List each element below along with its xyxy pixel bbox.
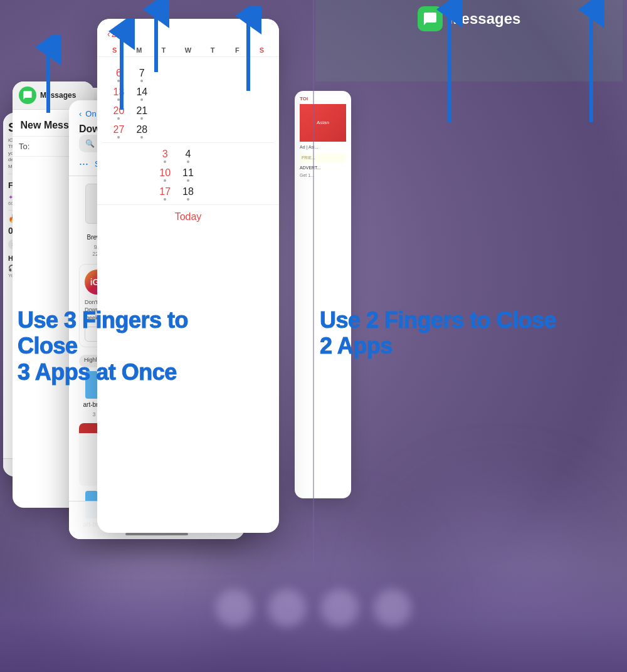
cal-cell[interactable]: 17 — [154, 183, 177, 202]
messages-icon-circle — [19, 87, 36, 104]
calendar-divider — [102, 142, 274, 143]
cal-date-4: 4 — [178, 149, 199, 159]
cal-cell — [223, 145, 246, 164]
cal-dot — [187, 160, 189, 163]
search-icon: 🔍 — [85, 139, 95, 148]
calendar-week-5: 27 28 — [102, 121, 274, 140]
cal-cell — [130, 183, 154, 202]
cal-dot — [140, 117, 143, 120]
calendar-week-8: 17 18 — [102, 183, 274, 202]
cal-date-27: 27 — [108, 125, 129, 135]
dock-icon-1 — [216, 589, 253, 627]
center-divider — [313, 0, 314, 564]
cal-cell[interactable]: 11 — [177, 164, 200, 183]
dock-icon-4 — [374, 589, 411, 627]
cal-date-3: 3 — [155, 149, 176, 159]
cal-cell — [223, 183, 246, 202]
cal-date-18: 18 — [178, 187, 199, 197]
cal-cell — [199, 83, 223, 102]
cal-cell — [177, 83, 200, 102]
toi-card: TOI Asian Ad | Asi... FRIE... ADVERT... … — [295, 91, 351, 498]
toi-image: Asian — [300, 104, 346, 142]
cal-cell — [223, 164, 246, 183]
cal-date-11: 11 — [178, 168, 199, 178]
toi-inner: TOI Asian Ad | Asi... FRIE... ADVERT... … — [295, 91, 351, 183]
instruction-text-left: Use 3 Fingers to Close 3 Apps at Once — [18, 307, 224, 385]
cal-cell — [246, 183, 269, 202]
cal-cell — [199, 65, 223, 83]
cal-dot — [164, 179, 166, 182]
files-more-btn[interactable]: ··· — [79, 157, 88, 171]
dock-icon-2 — [268, 589, 306, 627]
cal-date-10: 10 — [155, 168, 176, 178]
cal-cell — [199, 102, 223, 121]
cal-cell — [177, 60, 200, 65]
arrow-up-2 — [108, 19, 135, 113]
cal-cell — [246, 164, 269, 183]
cal-dot — [117, 136, 120, 139]
cal-cell — [107, 145, 130, 164]
cal-cell — [107, 183, 130, 202]
cal-cell — [154, 102, 177, 121]
messages-bubble-small-icon — [23, 90, 33, 100]
cal-cell — [154, 83, 177, 102]
cal-dot — [187, 198, 189, 201]
cal-cell — [199, 145, 223, 164]
cal-cell — [130, 145, 154, 164]
arrow-up-1 — [34, 34, 62, 116]
cal-cell — [177, 121, 200, 140]
cal-dot — [140, 136, 143, 139]
cal-cell — [223, 121, 246, 140]
arrow-up-5 — [436, 0, 463, 125]
cal-cell — [177, 102, 200, 121]
cal-cell — [246, 102, 269, 121]
cal-cell[interactable]: 4 — [177, 145, 200, 164]
files-back-button[interactable]: ‹ — [79, 109, 82, 118]
cal-dot — [187, 179, 189, 182]
cal-cell — [199, 121, 223, 140]
cal-dot — [117, 117, 120, 120]
cal-cell[interactable]: 18 — [177, 183, 200, 202]
cal-cell — [223, 102, 246, 121]
home-indicator — [125, 533, 188, 535]
cal-dot — [164, 160, 166, 163]
cal-cell — [154, 121, 177, 140]
cal-cell — [199, 183, 223, 202]
right-panel-bg: Messages — [315, 0, 623, 81]
cal-date-28: 28 — [132, 125, 152, 135]
cal-cell — [199, 164, 223, 183]
cal-cell — [177, 65, 200, 83]
cal-cell[interactable]: 3 — [154, 145, 177, 164]
cal-cell[interactable]: 27 — [107, 121, 130, 140]
arrow-up-3 — [142, 0, 170, 75]
today-button[interactable]: Today — [97, 204, 279, 229]
calendar-week-7: 10 11 — [102, 164, 274, 183]
cal-cell — [246, 145, 269, 164]
arrow-up-4 — [234, 6, 262, 94]
cal-dot — [140, 98, 143, 101]
cal-cell — [199, 60, 223, 65]
cal-date-17: 17 — [155, 187, 176, 197]
calendar-week-6: 3 4 — [102, 145, 274, 164]
cal-header-wed: W — [176, 44, 200, 56]
cal-dot — [164, 198, 166, 201]
cal-cell — [130, 164, 154, 183]
dock-icon-3 — [321, 589, 359, 627]
cal-cell — [246, 121, 269, 140]
cal-cell[interactable]: 28 — [130, 121, 154, 140]
arrow-up-6 — [577, 0, 605, 125]
cal-cell[interactable]: 10 — [154, 164, 177, 183]
cal-dot — [140, 80, 143, 82]
bottom-dock-area — [0, 564, 627, 672]
instruction-text-right: Use 2 Fingers to Close 2 Apps — [320, 307, 558, 359]
cal-cell — [107, 164, 130, 183]
cal-header-thu: T — [201, 44, 225, 56]
